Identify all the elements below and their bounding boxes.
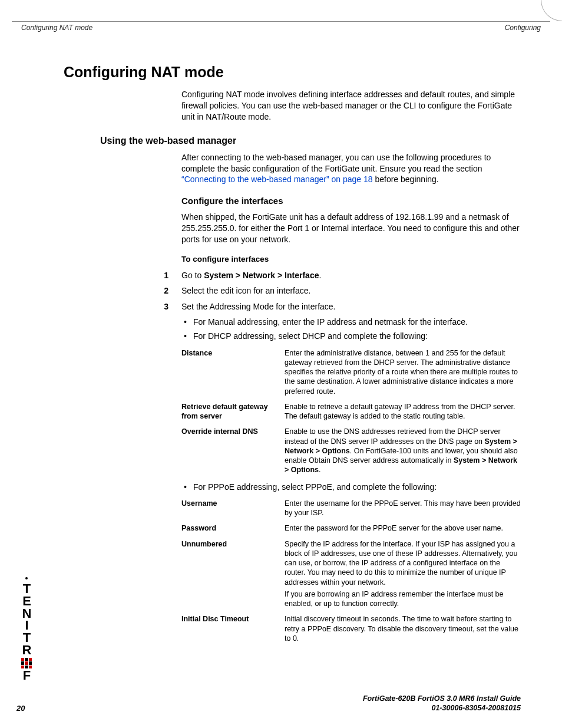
- step-number: 1: [158, 269, 181, 281]
- heading-configure-interfaces: Configure the interfaces: [181, 196, 521, 206]
- def-extra-text: If you are borrowing an IP address remem…: [285, 589, 521, 609]
- step-body: Set the Addressing Mode for the interfac…: [181, 301, 521, 312]
- def-description: Enable to retrieve a default gateway IP …: [285, 402, 521, 421]
- step-row: 3 Set the Addressing Mode for the interf…: [158, 301, 521, 312]
- step-body: Go to System > Network > Interface.: [181, 269, 521, 281]
- heading-using-web-manager: Using the web-based manager: [100, 136, 521, 146]
- bullet-row: • For DHCP addressing, select DHCP and c…: [181, 330, 521, 342]
- logo-grid-icon: [21, 658, 32, 668]
- def-label: Retrieve default gateway from server: [181, 402, 285, 421]
- def-description: Enter the administrative distance, betwe…: [285, 348, 521, 396]
- page-title: Configuring NAT mode: [64, 64, 521, 81]
- dhcp-definition-table: Distance Enter the administrative distan…: [181, 348, 521, 475]
- bullet-row: • For PPPoE addressing, select PPPoE, an…: [181, 481, 521, 493]
- text-span: .: [319, 466, 320, 474]
- bullet-marker: •: [181, 316, 193, 328]
- page-fold-corner: [541, 0, 562, 21]
- def-label: Override internal DNS: [181, 427, 285, 475]
- logo-period-icon: [25, 577, 28, 579]
- def-description: Initial discovery timeout in seconds. Th…: [285, 614, 521, 643]
- text-span: Enable to use the DNS addresses retrieve…: [285, 427, 501, 445]
- step-row: 2 Select the edit icon for an interface.: [158, 285, 521, 297]
- header-left-text: Configuring NAT mode: [21, 24, 92, 32]
- def-description: Enter the password for the PPPoE server …: [285, 523, 521, 533]
- page-number: 20: [16, 704, 25, 713]
- table-row: Override internal DNS Enable to use the …: [181, 427, 521, 475]
- def-label: Password: [181, 523, 285, 533]
- table-row: Retrieve default gateway from server Ena…: [181, 402, 521, 421]
- bullet-marker: •: [181, 481, 193, 493]
- text-span: before beginning.: [373, 174, 439, 184]
- def-label: Initial Disc Timeout: [181, 614, 285, 643]
- table-row: Initial Disc Timeout Initial discovery t…: [181, 614, 521, 643]
- table-row: Username Enter the username for the PPPo…: [181, 499, 521, 518]
- def-label: Distance: [181, 348, 285, 396]
- text-span: Specify the IP address for the interface…: [285, 540, 517, 587]
- page-footer: 20 FortiGate-620B FortiOS 3.0 MR6 Instal…: [16, 694, 521, 713]
- def-label: Username: [181, 499, 285, 518]
- intro-paragraph: Configuring NAT mode involves defining i…: [181, 89, 521, 123]
- table-row: Distance Enter the administrative distan…: [181, 348, 521, 396]
- def-description: Enable to use the DNS addresses retrieve…: [285, 427, 521, 475]
- bullet-text: For DHCP addressing, select DHCP and com…: [193, 330, 521, 342]
- bullet-text: For PPPoE addressing, select PPPoE, and …: [193, 481, 521, 493]
- using-web-paragraph: After connecting to the web-based manage…: [181, 152, 521, 186]
- table-row: Unnumbered Specify the IP address for th…: [181, 539, 521, 609]
- footer-doc-title: FortiGate-620B FortiOS 3.0 MR6 Install G…: [16, 694, 521, 703]
- step-number: 2: [158, 285, 181, 297]
- text-span: .: [319, 271, 321, 280]
- header-right-text: Configuring: [505, 24, 541, 32]
- cross-ref-link[interactable]: “Connecting to the web-based manager” on…: [181, 174, 373, 184]
- procedure-heading: To configure interfaces: [181, 255, 521, 263]
- def-label: Unnumbered: [181, 539, 285, 609]
- configure-interfaces-paragraph: When shipped, the FortiGate unit has a d…: [181, 212, 521, 245]
- fortinet-logo: T E N I T R F: [21, 583, 32, 682]
- footer-doc-id: 01-30006-83054-20081015: [16, 703, 521, 713]
- text-span: Go to: [181, 271, 204, 280]
- def-description: Enter the username for the PPPoE server.…: [285, 499, 521, 518]
- step-row: 1 Go to System > Network > Interface.: [158, 269, 521, 281]
- bullet-row: • For Manual addressing, enter the IP ad…: [181, 316, 521, 328]
- step-number: 3: [158, 301, 181, 312]
- pppoe-definition-table: Username Enter the username for the PPPo…: [181, 499, 521, 643]
- nav-path: System > Network > Interface: [204, 271, 319, 280]
- step-body: Select the edit icon for an interface.: [181, 285, 521, 297]
- logo-letter: R: [22, 644, 31, 657]
- bullet-marker: •: [181, 330, 193, 342]
- def-description: Specify the IP address for the interface…: [285, 539, 521, 609]
- table-row: Password Enter the password for the PPPo…: [181, 523, 521, 533]
- page-content: Configuring NAT mode Configuring NAT mod…: [64, 64, 521, 669]
- logo-letter: F: [23, 670, 30, 682]
- header-rule: [12, 21, 550, 22]
- text-span: After connecting to the web-based manage…: [181, 153, 491, 173]
- bullet-text: For Manual addressing, enter the IP addr…: [193, 316, 521, 328]
